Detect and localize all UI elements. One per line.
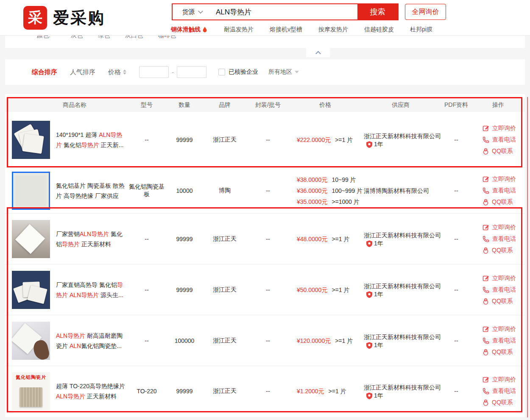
- color-option-gray[interactable]: 灰色: [71, 36, 83, 39]
- inquiry-now-link[interactable]: 立即询价: [483, 175, 525, 183]
- table-row[interactable]: 厂家直销高热导 氮化铝导热片 ALN导热片 源头生... -- 99999 浙江…: [5, 264, 525, 315]
- sort-price[interactable]: 价格: [108, 68, 126, 76]
- qq-contact-link[interactable]: QQ联系: [483, 147, 525, 155]
- product-image[interactable]: [12, 220, 50, 258]
- pdf-value: --: [441, 136, 471, 143]
- view-phone-link[interactable]: 查看电话: [483, 286, 525, 294]
- edit-icon: [483, 176, 489, 183]
- qq-contact-link[interactable]: QQ联系: [483, 348, 525, 356]
- hot-link-1[interactable]: 钢体滑触线: [171, 26, 208, 33]
- phone-icon: [483, 236, 489, 242]
- product-title-link[interactable]: 超薄 TO-220高导热绝缘片 ALN导热片 正天新材料: [56, 381, 127, 401]
- phone-icon: [483, 388, 489, 395]
- col-supplier: 供应商: [360, 101, 441, 109]
- table-row[interactable]: 140*190*1 超薄 ALN导热片 氮化铝导热片 正天新... -- 999…: [5, 112, 525, 168]
- color-option-coffee[interactable]: 咖啡色: [158, 36, 176, 39]
- color-option-graywhite[interactable]: 灰白色: [125, 36, 143, 39]
- supplier-link[interactable]: 浙江正天新材料科技有限公司: [364, 384, 441, 391]
- product-title-link[interactable]: 氮化铝基片 陶瓷基板 散热片 高导热绝缘 厂家供应: [56, 181, 127, 201]
- shield-icon: [366, 392, 372, 399]
- price-cell: ¥38.0000元10~99 片 ¥36.0000元100~999 片 ¥35.…: [290, 174, 360, 207]
- hot-link-3[interactable]: 熔接机v型槽: [270, 26, 302, 33]
- view-phone-link[interactable]: 查看电话: [483, 187, 525, 195]
- supplier-link[interactable]: 浙江正天新材料科技有限公司: [364, 334, 441, 340]
- sort-comprehensive[interactable]: 综合排序: [32, 68, 57, 76]
- price-min-input[interactable]: [139, 66, 169, 78]
- view-phone-link[interactable]: 查看电话: [483, 136, 525, 144]
- inquiry-now-link[interactable]: 立即询价: [483, 275, 525, 282]
- hot-link-4[interactable]: 按摩发热片: [318, 26, 348, 33]
- collapse-filters-tab[interactable]: [306, 48, 330, 57]
- verified-badge: 1年: [366, 240, 383, 248]
- verified-badge: 1年: [366, 141, 383, 148]
- inquiry-now-link[interactable]: 立即询价: [483, 376, 525, 384]
- sort-bar: 综合排序 人气排序 价格 - 已核验企业 所有地区: [5, 59, 525, 85]
- verified-badge: 1年: [366, 392, 383, 400]
- flame-icon: [202, 26, 208, 33]
- product-title-link[interactable]: 140*190*1 超薄 ALN导热片 氮化铝导热片 正天新...: [56, 130, 127, 150]
- color-filter-label: 颜色:: [37, 36, 50, 39]
- pdf-value: --: [441, 388, 471, 395]
- table-row[interactable]: 厂家营销ALN导热片 氮化铝导热片 正天新材料 -- 99999 浙江正天 --…: [5, 214, 525, 264]
- col-brand: 品牌: [204, 101, 246, 109]
- supplier-link[interactable]: 浙江正天新材料科技有限公司: [364, 232, 441, 239]
- network-inquiry-button[interactable]: 全网询价: [405, 4, 446, 20]
- qq-icon: [483, 298, 489, 305]
- inquiry-now-link[interactable]: 立即询价: [483, 125, 525, 132]
- product-title-link[interactable]: ALN导热片 耐高温耐磨陶瓷片 ALN氮化铝陶瓷垫...: [56, 331, 127, 351]
- product-image[interactable]: 氮化铝陶瓷片: [12, 372, 50, 410]
- pdf-value: --: [441, 187, 471, 194]
- region-dropdown[interactable]: 所有地区: [268, 68, 299, 76]
- results-table: 商品名称 型号 数量 品牌 封装/批号 价格 供应商 PDF资料 操作 140*…: [5, 94, 525, 417]
- product-image[interactable]: [12, 271, 50, 309]
- shield-icon: [366, 342, 372, 349]
- quantity-value: 99999: [165, 388, 204, 395]
- hot-link-2[interactable]: 耐温发热片: [224, 26, 254, 33]
- table-row[interactable]: ALN导热片 耐高温耐磨陶瓷片 ALN氮化铝陶瓷垫... -- 100000 浙…: [5, 315, 525, 366]
- phone-icon: [483, 187, 489, 194]
- batch-value: --: [246, 136, 290, 143]
- price-max-input[interactable]: [177, 66, 206, 78]
- supplier-link[interactable]: 浙江正天新材料科技有限公司: [364, 283, 441, 289]
- qq-icon: [483, 148, 489, 155]
- search-input[interactable]: [212, 4, 357, 19]
- color-option-green[interactable]: 绿色: [98, 36, 110, 39]
- verified-company-filter[interactable]: 已核验企业: [218, 68, 258, 76]
- col-price: 价格: [290, 101, 360, 109]
- supplier-link[interactable]: 浙江正天新材料科技有限公司: [364, 133, 441, 139]
- sort-popularity[interactable]: 人气排序: [70, 68, 95, 76]
- view-phone-link[interactable]: 查看电话: [483, 235, 525, 243]
- verified-checkbox[interactable]: [218, 69, 225, 75]
- qq-contact-link[interactable]: QQ联系: [483, 399, 525, 406]
- product-image[interactable]: [12, 172, 50, 210]
- price-cell: ¥120.0000元>=1 片: [290, 335, 360, 346]
- model-value: --: [128, 236, 165, 242]
- batch-value: --: [246, 187, 290, 194]
- logo-icon: 采: [23, 6, 47, 30]
- product-image[interactable]: [12, 121, 50, 159]
- qq-contact-link[interactable]: QQ联系: [483, 298, 525, 305]
- hot-link-6[interactable]: 杜邦pi膜: [410, 26, 432, 33]
- product-title-link[interactable]: 厂家直销高热导 氮化铝导热片 ALN导热片 源头生...: [56, 280, 127, 300]
- page: 采 爱采购 货源 搜索 全网询价 钢体滑触线 耐温发热片 熔接机v型槽 按摩发热…: [0, 0, 530, 420]
- hot-link-5[interactable]: 信越硅胶皮: [364, 26, 394, 33]
- product-image[interactable]: [12, 322, 50, 360]
- brand-value: 浙江正天: [204, 136, 246, 144]
- edit-icon: [483, 326, 489, 333]
- table-row[interactable]: 氮化铝陶瓷片 超薄 TO-220高导热绝缘片 ALN导热片 正天新材料 TO-2…: [5, 366, 525, 416]
- site-logo[interactable]: 采 爱采购: [23, 6, 105, 30]
- price-cell: ¥1.2000元>=1 片: [290, 386, 360, 397]
- view-phone-link[interactable]: 查看电话: [483, 387, 525, 395]
- view-phone-link[interactable]: 查看电话: [483, 337, 525, 345]
- table-row[interactable]: 氮化铝基片 陶瓷基板 散热片 高导热绝缘 厂家供应 氮化铝陶瓷基板 10000 …: [5, 168, 525, 214]
- quantity-value: 99999: [165, 286, 204, 293]
- qq-contact-link[interactable]: QQ联系: [483, 198, 525, 206]
- inquiry-now-link[interactable]: 立即询价: [483, 224, 525, 231]
- search-button[interactable]: 搜索: [357, 4, 398, 19]
- inquiry-now-link[interactable]: 立即询价: [483, 325, 525, 333]
- product-title-link[interactable]: 厂家营销ALN导热片 氮化铝导热片 正天新材料: [56, 229, 127, 249]
- color-filter-strip: 颜色: 灰色 绿色 灰白色 咖啡色: [5, 36, 525, 48]
- search-scope-dropdown[interactable]: 货源: [173, 4, 212, 19]
- qq-contact-link[interactable]: QQ联系: [483, 247, 525, 254]
- supplier-link[interactable]: 淄博博陶新材料有限公司: [364, 187, 429, 194]
